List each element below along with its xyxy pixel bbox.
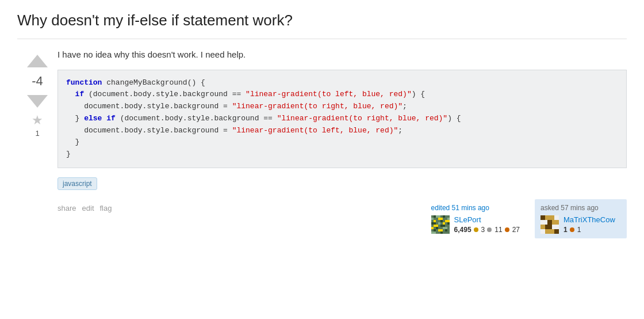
svg-rect-28 bbox=[545, 215, 554, 220]
svg-rect-33 bbox=[545, 225, 552, 229]
edited-time-link[interactable]: edited 51 mins ago bbox=[431, 204, 489, 212]
svg-rect-23 bbox=[440, 231, 443, 234]
silver-dot-icon bbox=[487, 227, 492, 232]
favorite-count: 1 bbox=[35, 129, 39, 138]
svg-rect-13 bbox=[447, 222, 450, 225]
svg-rect-20 bbox=[438, 229, 443, 231]
gold-dot-icon bbox=[474, 227, 478, 232]
question-area: -4 ★ 1 I have no idea why this doesn't w… bbox=[17, 48, 627, 238]
divider bbox=[17, 39, 627, 39]
svg-rect-6 bbox=[447, 218, 450, 220]
svg-rect-16 bbox=[431, 227, 434, 229]
svg-rect-32 bbox=[540, 225, 545, 229]
vote-count: -4 bbox=[32, 74, 43, 89]
svg-rect-10 bbox=[431, 222, 436, 225]
svg-rect-15 bbox=[440, 225, 445, 227]
svg-rect-27 bbox=[554, 215, 559, 220]
svg-rect-18 bbox=[443, 227, 447, 229]
svg-rect-12 bbox=[443, 222, 445, 225]
code-block: function changeMyBackground() { if (docu… bbox=[57, 70, 627, 169]
asked-time: asked 57 mins ago bbox=[540, 204, 621, 212]
svg-rect-9 bbox=[445, 220, 450, 222]
sleport-rep-number: 6,495 bbox=[454, 226, 471, 234]
question-body: I have no idea why this doesn't work. I … bbox=[57, 48, 627, 62]
svg-rect-29 bbox=[540, 220, 547, 225]
matrix-bronze-dot-icon bbox=[570, 227, 574, 232]
asked-user-info: MaTriXTheCow 1 1 bbox=[540, 215, 621, 234]
sleport-details: SLePort 6,495 3 11 27 bbox=[454, 215, 520, 234]
svg-rect-3 bbox=[443, 215, 445, 218]
tags-area: javascript bbox=[57, 177, 627, 190]
edited-user-card: edited 51 mins ago bbox=[425, 199, 526, 238]
user-cards: edited 51 mins ago bbox=[425, 199, 627, 238]
svg-rect-37 bbox=[554, 229, 559, 234]
favorite-star-icon[interactable]: ★ bbox=[32, 113, 43, 128]
edited-user-info: SLePort 6,495 3 11 27 bbox=[431, 215, 520, 234]
vote-up-button[interactable] bbox=[27, 51, 48, 71]
sleport-avatar bbox=[431, 215, 450, 234]
matrix-bronze-badges: 1 bbox=[577, 226, 581, 234]
matrix-rep: 1 1 bbox=[564, 226, 615, 234]
edited-time: edited 51 mins ago bbox=[431, 204, 520, 212]
svg-rect-31 bbox=[552, 220, 559, 225]
svg-rect-11 bbox=[438, 222, 440, 225]
bronze-dot-icon bbox=[505, 227, 509, 232]
actions-row: share edit flag edited 51 mins ago bbox=[57, 199, 627, 238]
vote-down-button[interactable] bbox=[27, 91, 48, 112]
downvote-arrow-icon bbox=[27, 95, 48, 108]
svg-rect-24 bbox=[445, 231, 450, 234]
svg-rect-34 bbox=[552, 225, 559, 229]
asked-user-card: asked 57 mins ago bbox=[535, 199, 627, 238]
svg-rect-26 bbox=[540, 215, 545, 220]
svg-rect-4 bbox=[431, 218, 434, 220]
tag-javascript[interactable]: javascript bbox=[57, 177, 97, 190]
svg-rect-5 bbox=[438, 218, 443, 220]
page-title: Why doesn't my if-else if statement work… bbox=[17, 12, 627, 29]
matrix-details: MaTriXTheCow 1 1 bbox=[564, 215, 615, 234]
share-link[interactable]: share bbox=[57, 204, 76, 212]
svg-rect-19 bbox=[434, 229, 436, 231]
edit-link[interactable]: edit bbox=[82, 204, 94, 212]
sleport-bronze-badges: 27 bbox=[512, 226, 520, 234]
sleport-name[interactable]: SLePort bbox=[454, 215, 520, 224]
upvote-arrow-icon bbox=[27, 55, 48, 67]
content-column: I have no idea why this doesn't work. I … bbox=[57, 48, 627, 238]
vote-column: -4 ★ 1 bbox=[17, 48, 57, 238]
matrix-avatar bbox=[540, 215, 559, 234]
svg-rect-36 bbox=[545, 229, 554, 234]
svg-rect-21 bbox=[445, 229, 447, 231]
svg-rect-30 bbox=[547, 220, 552, 225]
svg-rect-1 bbox=[434, 215, 436, 218]
svg-rect-35 bbox=[540, 229, 545, 234]
svg-rect-17 bbox=[436, 227, 438, 229]
svg-rect-22 bbox=[431, 231, 436, 234]
sleport-gold-badges: 3 bbox=[481, 226, 485, 234]
matrix-name[interactable]: MaTriXTheCow bbox=[564, 215, 615, 224]
svg-rect-8 bbox=[440, 220, 443, 222]
svg-rect-7 bbox=[434, 220, 436, 222]
svg-rect-2 bbox=[436, 215, 440, 218]
svg-rect-14 bbox=[434, 225, 438, 227]
sleport-rep: 6,495 3 11 27 bbox=[454, 226, 520, 234]
sleport-silver-badges: 11 bbox=[494, 226, 502, 234]
flag-link[interactable]: flag bbox=[100, 204, 112, 212]
matrix-rep-number: 1 bbox=[564, 226, 568, 234]
action-links: share edit flag bbox=[57, 199, 112, 212]
